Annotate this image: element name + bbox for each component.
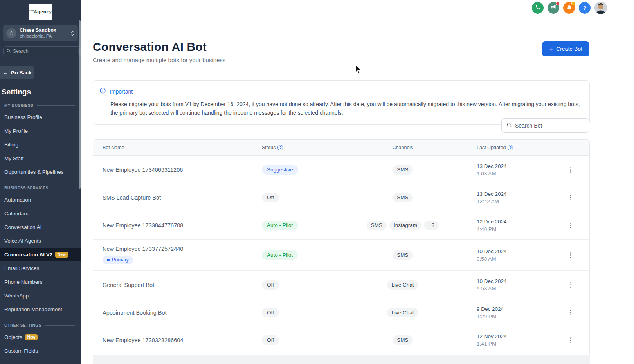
status-help-icon[interactable]: ? bbox=[277, 145, 283, 150]
sidebar-item-conversation-ai-v2[interactable]: Conversation AI V2 New bbox=[0, 248, 81, 261]
table-header-row: Bot Name Status? Channels Last Updated? bbox=[93, 140, 589, 156]
last-updated: 9 Dec 20241:29 PM bbox=[459, 305, 551, 320]
status-badge: Off bbox=[262, 193, 279, 202]
row-menu-button[interactable] bbox=[568, 250, 574, 260]
table-row[interactable]: New Employee 1730323286604 Off SMS 12 No… bbox=[93, 326, 589, 354]
table-row[interactable]: New Employee 1733844776708 Auto - Pilot … bbox=[93, 211, 589, 239]
last-updated: 10 Dec 20249:58 AM bbox=[459, 248, 551, 263]
sidebar-item-opportunities-pipelines[interactable]: Opportunities & Pipelines bbox=[0, 165, 81, 179]
bot-name: SMS Lead Capture Bot bbox=[93, 195, 262, 201]
bot-name: General Support Bot bbox=[93, 282, 262, 288]
row-menu-button[interactable] bbox=[568, 280, 574, 290]
page-subtitle: Create and manage multiple bots for your… bbox=[93, 57, 225, 63]
bots-table: Bot Name Status? Channels Last Updated? … bbox=[93, 139, 590, 354]
sidebar-item-label: WhatsApp bbox=[4, 293, 29, 299]
primary-dot-icon bbox=[107, 259, 110, 261]
sidebar-item-label: Objects bbox=[4, 334, 22, 340]
status-badge: Off bbox=[262, 280, 279, 290]
sidebar-item-phone-numbers[interactable]: Phone Numbers bbox=[0, 275, 81, 289]
sidebar-item-conversation-ai[interactable]: Conversation AI bbox=[0, 220, 81, 234]
create-bot-label: Create Bot bbox=[556, 46, 582, 52]
help-button[interactable]: ? bbox=[579, 2, 591, 14]
table-row[interactable]: General Support Bot Off Live Chat 10 Dec… bbox=[93, 270, 589, 299]
section-my-business: MY BUSINESS bbox=[4, 102, 75, 109]
section-divider bbox=[52, 188, 75, 188]
agency-logo-text: theAgency bbox=[29, 9, 52, 14]
col-header-bot-name: Bot Name bbox=[93, 145, 262, 150]
sidebar-item-label: Opportunities & Pipelines bbox=[4, 169, 64, 175]
sidebar-item-label: Reputation Management bbox=[4, 306, 62, 312]
sidebar-item-label: Email Services bbox=[4, 265, 39, 271]
sidebar-item-label: Billing bbox=[4, 142, 18, 148]
create-bot-button[interactable]: + Create Bot bbox=[542, 41, 589, 56]
channel-badge: SMS bbox=[393, 165, 412, 175]
page-title: Conversation AI Bot bbox=[93, 40, 207, 54]
channel-badge: Instagram bbox=[389, 221, 421, 230]
last-updated: 12 Nov 20241:41 PM bbox=[459, 333, 551, 348]
sidebar-scrollbar[interactable] bbox=[79, 20, 81, 189]
search-bot-field[interactable] bbox=[501, 118, 589, 133]
logo-prefix: the bbox=[29, 9, 34, 12]
sidebar-item-my-profile[interactable]: My Profile bbox=[0, 124, 81, 138]
announcements-button[interactable] bbox=[548, 2, 559, 14]
channel-badge: SMS bbox=[393, 250, 412, 260]
sidebar-item-label: Conversation AI V2 bbox=[4, 252, 52, 258]
sidebar-item-label: Voice AI Agents bbox=[4, 238, 41, 244]
bell-icon bbox=[566, 4, 572, 12]
last-updated: 13 Dec 202412:42 AM bbox=[459, 190, 551, 205]
chevron-up-down-icon bbox=[70, 31, 75, 36]
top-bar: ? bbox=[81, 0, 634, 16]
account-location: philadelphia, PA bbox=[20, 33, 67, 39]
sidebar-item-objects[interactable]: Objects New bbox=[0, 330, 81, 344]
section-divider bbox=[45, 325, 75, 326]
sidebar-item-business-profile[interactable]: Business Profile bbox=[0, 110, 81, 124]
row-menu-button[interactable] bbox=[568, 335, 574, 345]
horizontal-scrollbar-track[interactable] bbox=[93, 355, 590, 364]
go-back-button[interactable]: ← Go Back bbox=[0, 66, 34, 79]
section-other-settings: OTHER SETTINGS bbox=[4, 322, 75, 329]
sidebar-search-input[interactable] bbox=[13, 49, 76, 54]
account-switcher[interactable]: Chase Sandbox philadelphia, PA bbox=[3, 25, 78, 41]
sidebar-search[interactable]: ⌘ K bbox=[3, 46, 81, 56]
sidebar-item-calendars[interactable]: Calendars bbox=[0, 207, 81, 220]
sidebar-item-label: Phone Numbers bbox=[4, 279, 43, 285]
bot-name: New Employee 1734069311206 bbox=[93, 167, 262, 173]
table-row[interactable]: New Employee 1733772572440 Primary Auto … bbox=[93, 239, 589, 270]
info-icon bbox=[99, 87, 106, 96]
col-header-channels: Channels bbox=[393, 145, 413, 150]
channel-overflow-badge: +3 bbox=[424, 221, 439, 230]
sidebar-item-custom-fields[interactable]: Custom Fields bbox=[0, 344, 81, 358]
search-bot-input[interactable] bbox=[515, 123, 584, 129]
sidebar-item-voice-ai-agents[interactable]: Voice AI Agents bbox=[0, 234, 81, 248]
sidebar-item-whatsapp[interactable]: WhatsApp bbox=[0, 289, 81, 303]
row-menu-button[interactable] bbox=[568, 220, 574, 231]
notifications-button[interactable] bbox=[563, 2, 575, 14]
sidebar-item-automation[interactable]: Automation bbox=[0, 193, 81, 207]
notification-dot bbox=[571, 2, 575, 5]
section-business-services: BUSINESS SERVICES bbox=[4, 184, 75, 191]
bot-name: New Employee 1733844776708 bbox=[93, 222, 262, 229]
location-pin-icon bbox=[6, 28, 16, 38]
sidebar-item-my-staff[interactable]: My Staff bbox=[0, 151, 81, 165]
last-updated: 13 Dec 20241:03 AM bbox=[459, 162, 551, 177]
sidebar-title: Settings bbox=[2, 88, 81, 96]
table-row[interactable]: New Employee 1734069311206 Suggestive SM… bbox=[93, 156, 589, 184]
agency-logo: theAgency bbox=[29, 4, 52, 20]
table-row[interactable]: SMS Lead Capture Bot Off SMS 13 Dec 2024… bbox=[93, 184, 589, 211]
question-mark-icon: ? bbox=[583, 5, 586, 11]
settings-sidebar: theAgency Chase Sandbox philadelphia, PA bbox=[0, 0, 81, 364]
row-menu-button[interactable] bbox=[568, 308, 574, 318]
sidebar-item-reputation-management[interactable]: Reputation Management bbox=[0, 303, 81, 316]
row-menu-button[interactable] bbox=[568, 193, 574, 203]
phone-button[interactable] bbox=[532, 2, 544, 14]
table-row[interactable]: Appointment Booking Bot Off Live Chat 9 … bbox=[93, 299, 589, 326]
phone-icon bbox=[535, 4, 541, 12]
row-menu-button[interactable] bbox=[568, 165, 574, 175]
sidebar-item-billing[interactable]: Billing bbox=[0, 138, 81, 151]
bot-name: New Employee 1730323286604 bbox=[93, 337, 262, 343]
unread-dot bbox=[556, 2, 560, 5]
last-updated-help-icon[interactable]: ? bbox=[508, 145, 513, 150]
user-avatar[interactable] bbox=[594, 2, 607, 14]
sidebar-item-email-services[interactable]: Email Services bbox=[0, 261, 81, 275]
section-divider bbox=[37, 105, 75, 106]
